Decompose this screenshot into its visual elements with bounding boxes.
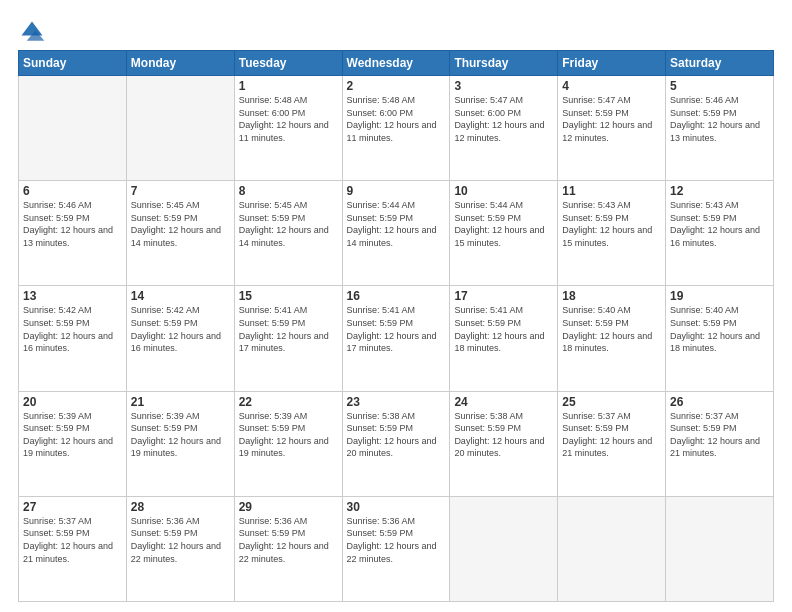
day-detail: Sunrise: 5:42 AMSunset: 5:59 PMDaylight:… (23, 304, 122, 354)
logo-icon (18, 18, 46, 46)
day-number: 14 (131, 289, 230, 303)
calendar-week-row: 13Sunrise: 5:42 AMSunset: 5:59 PMDayligh… (19, 286, 774, 391)
day-number: 21 (131, 395, 230, 409)
day-detail: Sunrise: 5:41 AMSunset: 5:59 PMDaylight:… (347, 304, 446, 354)
day-detail: Sunrise: 5:36 AMSunset: 5:59 PMDaylight:… (131, 515, 230, 565)
day-detail: Sunrise: 5:43 AMSunset: 5:59 PMDaylight:… (670, 199, 769, 249)
day-number: 30 (347, 500, 446, 514)
day-detail: Sunrise: 5:37 AMSunset: 5:59 PMDaylight:… (562, 410, 661, 460)
calendar-cell: 4Sunrise: 5:47 AMSunset: 5:59 PMDaylight… (558, 76, 666, 181)
day-number: 23 (347, 395, 446, 409)
day-number: 20 (23, 395, 122, 409)
day-detail: Sunrise: 5:38 AMSunset: 5:59 PMDaylight:… (347, 410, 446, 460)
day-number: 24 (454, 395, 553, 409)
calendar-header-row: SundayMondayTuesdayWednesdayThursdayFrid… (19, 51, 774, 76)
day-number: 29 (239, 500, 338, 514)
calendar-week-row: 6Sunrise: 5:46 AMSunset: 5:59 PMDaylight… (19, 181, 774, 286)
day-number: 28 (131, 500, 230, 514)
calendar-cell: 13Sunrise: 5:42 AMSunset: 5:59 PMDayligh… (19, 286, 127, 391)
day-number: 13 (23, 289, 122, 303)
calendar-cell: 26Sunrise: 5:37 AMSunset: 5:59 PMDayligh… (666, 391, 774, 496)
calendar-cell: 6Sunrise: 5:46 AMSunset: 5:59 PMDaylight… (19, 181, 127, 286)
day-detail: Sunrise: 5:36 AMSunset: 5:59 PMDaylight:… (239, 515, 338, 565)
day-number: 26 (670, 395, 769, 409)
day-number: 7 (131, 184, 230, 198)
calendar-header-cell: Friday (558, 51, 666, 76)
calendar-cell: 5Sunrise: 5:46 AMSunset: 5:59 PMDaylight… (666, 76, 774, 181)
header (18, 18, 774, 46)
day-number: 6 (23, 184, 122, 198)
day-number: 10 (454, 184, 553, 198)
calendar-header-cell: Thursday (450, 51, 558, 76)
calendar-cell: 21Sunrise: 5:39 AMSunset: 5:59 PMDayligh… (126, 391, 234, 496)
calendar-cell: 29Sunrise: 5:36 AMSunset: 5:59 PMDayligh… (234, 496, 342, 601)
calendar-cell: 20Sunrise: 5:39 AMSunset: 5:59 PMDayligh… (19, 391, 127, 496)
day-number: 9 (347, 184, 446, 198)
day-number: 18 (562, 289, 661, 303)
day-detail: Sunrise: 5:39 AMSunset: 5:59 PMDaylight:… (23, 410, 122, 460)
calendar-cell: 28Sunrise: 5:36 AMSunset: 5:59 PMDayligh… (126, 496, 234, 601)
calendar-cell: 19Sunrise: 5:40 AMSunset: 5:59 PMDayligh… (666, 286, 774, 391)
calendar-cell: 18Sunrise: 5:40 AMSunset: 5:59 PMDayligh… (558, 286, 666, 391)
day-number: 19 (670, 289, 769, 303)
calendar-header-cell: Monday (126, 51, 234, 76)
day-detail: Sunrise: 5:48 AMSunset: 6:00 PMDaylight:… (347, 94, 446, 144)
day-detail: Sunrise: 5:38 AMSunset: 5:59 PMDaylight:… (454, 410, 553, 460)
calendar-header-cell: Saturday (666, 51, 774, 76)
day-detail: Sunrise: 5:36 AMSunset: 5:59 PMDaylight:… (347, 515, 446, 565)
calendar-cell: 8Sunrise: 5:45 AMSunset: 5:59 PMDaylight… (234, 181, 342, 286)
calendar-header-cell: Sunday (19, 51, 127, 76)
svg-marker-0 (22, 22, 43, 36)
calendar-cell: 3Sunrise: 5:47 AMSunset: 6:00 PMDaylight… (450, 76, 558, 181)
day-number: 8 (239, 184, 338, 198)
day-number: 1 (239, 79, 338, 93)
day-number: 16 (347, 289, 446, 303)
day-number: 11 (562, 184, 661, 198)
day-number: 5 (670, 79, 769, 93)
calendar-cell: 24Sunrise: 5:38 AMSunset: 5:59 PMDayligh… (450, 391, 558, 496)
day-detail: Sunrise: 5:43 AMSunset: 5:59 PMDaylight:… (562, 199, 661, 249)
day-detail: Sunrise: 5:37 AMSunset: 5:59 PMDaylight:… (670, 410, 769, 460)
calendar-cell: 2Sunrise: 5:48 AMSunset: 6:00 PMDaylight… (342, 76, 450, 181)
calendar-cell: 27Sunrise: 5:37 AMSunset: 5:59 PMDayligh… (19, 496, 127, 601)
logo (18, 18, 50, 46)
day-detail: Sunrise: 5:46 AMSunset: 5:59 PMDaylight:… (670, 94, 769, 144)
day-number: 25 (562, 395, 661, 409)
calendar-cell (126, 76, 234, 181)
calendar-week-row: 27Sunrise: 5:37 AMSunset: 5:59 PMDayligh… (19, 496, 774, 601)
calendar-week-row: 1Sunrise: 5:48 AMSunset: 6:00 PMDaylight… (19, 76, 774, 181)
day-number: 27 (23, 500, 122, 514)
calendar-cell: 14Sunrise: 5:42 AMSunset: 5:59 PMDayligh… (126, 286, 234, 391)
day-detail: Sunrise: 5:42 AMSunset: 5:59 PMDaylight:… (131, 304, 230, 354)
calendar-cell: 17Sunrise: 5:41 AMSunset: 5:59 PMDayligh… (450, 286, 558, 391)
calendar-cell: 12Sunrise: 5:43 AMSunset: 5:59 PMDayligh… (666, 181, 774, 286)
calendar-cell: 11Sunrise: 5:43 AMSunset: 5:59 PMDayligh… (558, 181, 666, 286)
day-detail: Sunrise: 5:47 AMSunset: 6:00 PMDaylight:… (454, 94, 553, 144)
day-number: 17 (454, 289, 553, 303)
calendar-cell: 30Sunrise: 5:36 AMSunset: 5:59 PMDayligh… (342, 496, 450, 601)
day-detail: Sunrise: 5:44 AMSunset: 5:59 PMDaylight:… (347, 199, 446, 249)
day-number: 2 (347, 79, 446, 93)
calendar: SundayMondayTuesdayWednesdayThursdayFrid… (18, 50, 774, 602)
day-detail: Sunrise: 5:37 AMSunset: 5:59 PMDaylight:… (23, 515, 122, 565)
day-number: 15 (239, 289, 338, 303)
calendar-cell (450, 496, 558, 601)
page: SundayMondayTuesdayWednesdayThursdayFrid… (0, 0, 792, 612)
day-number: 22 (239, 395, 338, 409)
calendar-cell: 1Sunrise: 5:48 AMSunset: 6:00 PMDaylight… (234, 76, 342, 181)
day-detail: Sunrise: 5:40 AMSunset: 5:59 PMDaylight:… (562, 304, 661, 354)
calendar-cell (558, 496, 666, 601)
day-detail: Sunrise: 5:48 AMSunset: 6:00 PMDaylight:… (239, 94, 338, 144)
calendar-cell (666, 496, 774, 601)
day-number: 12 (670, 184, 769, 198)
day-detail: Sunrise: 5:41 AMSunset: 5:59 PMDaylight:… (239, 304, 338, 354)
calendar-cell: 16Sunrise: 5:41 AMSunset: 5:59 PMDayligh… (342, 286, 450, 391)
calendar-cell (19, 76, 127, 181)
day-detail: Sunrise: 5:45 AMSunset: 5:59 PMDaylight:… (131, 199, 230, 249)
day-detail: Sunrise: 5:40 AMSunset: 5:59 PMDaylight:… (670, 304, 769, 354)
day-detail: Sunrise: 5:41 AMSunset: 5:59 PMDaylight:… (454, 304, 553, 354)
day-number: 3 (454, 79, 553, 93)
day-detail: Sunrise: 5:45 AMSunset: 5:59 PMDaylight:… (239, 199, 338, 249)
calendar-header-cell: Wednesday (342, 51, 450, 76)
calendar-cell: 23Sunrise: 5:38 AMSunset: 5:59 PMDayligh… (342, 391, 450, 496)
